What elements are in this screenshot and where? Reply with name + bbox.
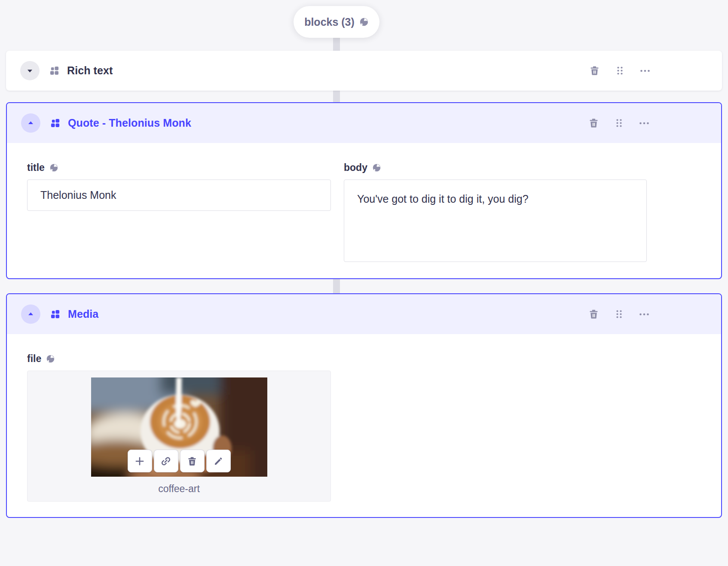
- block-title: Quote - Thelonius Monk: [68, 117, 191, 129]
- more-options-icon[interactable]: [640, 69, 650, 73]
- delete-block-button[interactable]: [588, 118, 599, 128]
- more-options-icon[interactable]: [639, 313, 649, 316]
- component-grid-icon: [50, 118, 60, 128]
- chevron-up-icon: [27, 310, 35, 318]
- media-file-card: coffee-art: [27, 371, 331, 502]
- block-title: Rich text: [67, 64, 113, 77]
- body-field-label: body: [344, 162, 367, 173]
- block-media-header[interactable]: Media: [7, 294, 721, 334]
- file-field-label: file: [27, 353, 41, 365]
- drag-handle-icon[interactable]: [615, 119, 623, 128]
- copy-link-button[interactable]: [154, 450, 178, 472]
- more-options-icon[interactable]: [639, 122, 649, 125]
- collapse-toggle-button[interactable]: [21, 304, 40, 324]
- media-file-name: coffee-art: [158, 483, 200, 495]
- chevron-up-icon: [27, 119, 35, 127]
- block-rich-text-header[interactable]: Rich text: [6, 51, 722, 91]
- block-media: Media file: [6, 293, 722, 518]
- dynamic-zone-pill: blocks (3): [294, 6, 379, 38]
- delete-block-button[interactable]: [589, 65, 600, 76]
- expand-toggle-button[interactable]: [20, 61, 40, 80]
- globe-icon: [359, 17, 369, 27]
- zone-pill-label: blocks (3): [304, 16, 355, 28]
- collapse-toggle-button[interactable]: [21, 113, 40, 133]
- title-input[interactable]: [27, 180, 331, 211]
- delete-media-button[interactable]: [180, 450, 205, 472]
- globe-icon: [49, 163, 58, 172]
- edit-media-button[interactable]: [206, 450, 231, 472]
- component-grid-icon: [50, 309, 60, 319]
- chevron-down-icon: [26, 67, 34, 75]
- delete-block-button[interactable]: [588, 309, 599, 320]
- block-rich-text: Rich text: [6, 51, 722, 91]
- block-quote-header[interactable]: Quote - Thelonius Monk: [7, 103, 721, 143]
- drag-handle-icon[interactable]: [616, 66, 624, 75]
- block-quote: Quote - Thelonius Monk title: [6, 102, 722, 279]
- block-title: Media: [68, 308, 98, 320]
- globe-icon: [46, 354, 55, 363]
- body-textarea[interactable]: You've got to dig it to dig it, you dig?: [344, 180, 647, 262]
- drag-handle-icon[interactable]: [615, 310, 623, 319]
- component-grid-icon: [49, 66, 59, 76]
- add-media-button[interactable]: [128, 450, 152, 472]
- globe-icon: [372, 163, 381, 172]
- title-field-label: title: [27, 162, 45, 173]
